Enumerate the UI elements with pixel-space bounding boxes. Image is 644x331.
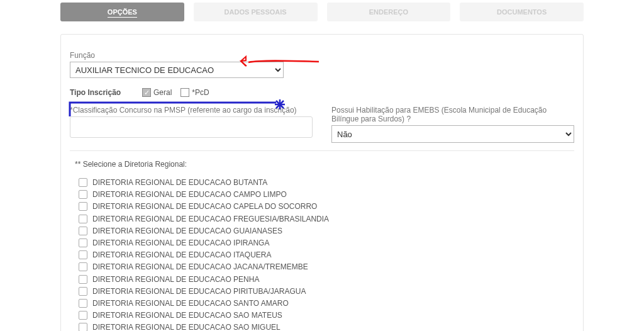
diretoria-label: DIRETORIA REGIONAL DE EDUCACAO CAMPO LIM… bbox=[92, 189, 287, 199]
list-item: DIRETORIA REGIONAL DE EDUCACAO BUTANTA bbox=[79, 177, 574, 188]
diretoria-label: DIRETORIA REGIONAL DE EDUCACAO PIRITUBA/… bbox=[92, 286, 306, 296]
diretoria-label: DIRETORIA REGIONAL DE EDUCACAO JACANA/TR… bbox=[92, 262, 308, 272]
input-classificacao[interactable] bbox=[70, 116, 313, 138]
list-item: DIRETORIA REGIONAL DE EDUCACAO SAO MATEU… bbox=[79, 310, 574, 320]
select-emebs[interactable]: Não bbox=[331, 125, 574, 143]
tab-opcoes[interactable]: OPÇÕES bbox=[60, 3, 184, 21]
label-emebs: Possui Habilitação para EMEBS (Escola Mu… bbox=[331, 106, 574, 123]
diretoria-label: DIRETORIA REGIONAL DE EDUCACAO GUAIANASE… bbox=[92, 226, 282, 236]
checkbox-diretoria[interactable] bbox=[79, 311, 87, 320]
checkbox-diretoria[interactable] bbox=[79, 227, 87, 235]
list-item: DIRETORIA REGIONAL DE EDUCACAO PIRITUBA/… bbox=[79, 286, 574, 296]
tab-bar: OPÇÕES DADOS PESSOAIS ENDEREÇO DOCUMENTO… bbox=[5, 0, 639, 28]
list-item: DIRETORIA REGIONAL DE EDUCACAO GUAIANASE… bbox=[79, 226, 574, 236]
tab-label: DADOS PESSOAIS bbox=[225, 8, 287, 16]
checkbox-diretoria[interactable] bbox=[79, 238, 87, 247]
checkbox-label-pcd: *PcD bbox=[192, 88, 209, 97]
label-funcao: Função bbox=[70, 51, 574, 60]
checkbox-label-geral: Geral bbox=[153, 88, 172, 97]
checkbox-diretoria[interactable] bbox=[79, 202, 87, 211]
list-item: DIRETORIA REGIONAL DE EDUCACAO ITAQUERA bbox=[79, 250, 574, 260]
list-item: DIRETORIA REGIONAL DE EDUCACAO SAO MIGUE… bbox=[79, 322, 574, 331]
diretoria-list: DIRETORIA REGIONAL DE EDUCACAO BUTANTADI… bbox=[70, 177, 574, 331]
list-item: DIRETORIA REGIONAL DE EDUCACAO SANTO AMA… bbox=[79, 298, 574, 308]
tab-endereco[interactable]: ENDEREÇO bbox=[327, 3, 451, 21]
diretoria-label: DIRETORIA REGIONAL DE EDUCACAO FREGUESIA… bbox=[92, 214, 329, 224]
checkbox-diretoria[interactable] bbox=[79, 178, 87, 187]
checkbox-pcd[interactable] bbox=[180, 88, 189, 97]
diretoria-label: DIRETORIA REGIONAL DE EDUCACAO SAO MATEU… bbox=[92, 310, 282, 320]
tab-documentos[interactable]: DOCUMENTOS bbox=[460, 3, 584, 21]
list-item: DIRETORIA REGIONAL DE EDUCACAO JACANA/TR… bbox=[79, 262, 574, 272]
list-item: DIRETORIA REGIONAL DE EDUCACAO IPIRANGA bbox=[79, 238, 574, 248]
diretoria-title: ** Selecione a Diretoria Regional: bbox=[75, 160, 574, 169]
diretoria-label: DIRETORIA REGIONAL DE EDUCACAO IPIRANGA bbox=[92, 238, 269, 248]
checkbox-diretoria[interactable] bbox=[79, 323, 87, 331]
checkbox-diretoria[interactable] bbox=[79, 215, 87, 223]
checkbox-diretoria[interactable] bbox=[79, 262, 87, 271]
list-item: DIRETORIA REGIONAL DE EDUCACAO PENHA bbox=[79, 274, 574, 284]
diretoria-label: DIRETORIA REGIONAL DE EDUCACAO PENHA bbox=[92, 274, 259, 284]
checkbox-diretoria[interactable] bbox=[79, 299, 87, 308]
label-tipo-inscricao: Tipo Inscrição bbox=[70, 88, 123, 97]
checkbox-diretoria[interactable] bbox=[79, 250, 87, 259]
diretoria-label: DIRETORIA REGIONAL DE EDUCACAO CAPELA DO… bbox=[92, 201, 317, 211]
list-item: DIRETORIA REGIONAL DE EDUCACAO CAPELA DO… bbox=[79, 201, 574, 211]
list-item: DIRETORIA REGIONAL DE EDUCACAO CAMPO LIM… bbox=[79, 189, 574, 199]
form-panel: Função AUXILIAR TECNICO DE EDUCACAO Tipo… bbox=[60, 34, 584, 331]
label-classificacao: *Classificação Concurso na PMSP (referen… bbox=[70, 106, 313, 115]
tab-label: ENDEREÇO bbox=[369, 8, 408, 16]
select-funcao[interactable]: AUXILIAR TECNICO DE EDUCACAO bbox=[70, 62, 284, 78]
tab-dados-pessoais[interactable]: DADOS PESSOAIS bbox=[194, 3, 318, 21]
checkbox-geral[interactable] bbox=[142, 88, 151, 97]
checkbox-diretoria[interactable] bbox=[79, 287, 87, 296]
tab-label: OPÇÕES bbox=[108, 8, 137, 18]
checkbox-diretoria[interactable] bbox=[79, 190, 87, 199]
diretoria-label: DIRETORIA REGIONAL DE EDUCACAO ITAQUERA bbox=[92, 250, 272, 260]
diretoria-label: DIRETORIA REGIONAL DE EDUCACAO BUTANTA bbox=[92, 177, 267, 188]
divider bbox=[70, 150, 574, 151]
diretoria-label: DIRETORIA REGIONAL DE EDUCACAO SANTO AMA… bbox=[92, 298, 289, 308]
list-item: DIRETORIA REGIONAL DE EDUCACAO FREGUESIA… bbox=[79, 214, 574, 224]
checkbox-diretoria[interactable] bbox=[79, 275, 87, 284]
tab-label: DOCUMENTOS bbox=[497, 8, 547, 16]
diretoria-label: DIRETORIA REGIONAL DE EDUCACAO SAO MIGUE… bbox=[92, 322, 280, 331]
